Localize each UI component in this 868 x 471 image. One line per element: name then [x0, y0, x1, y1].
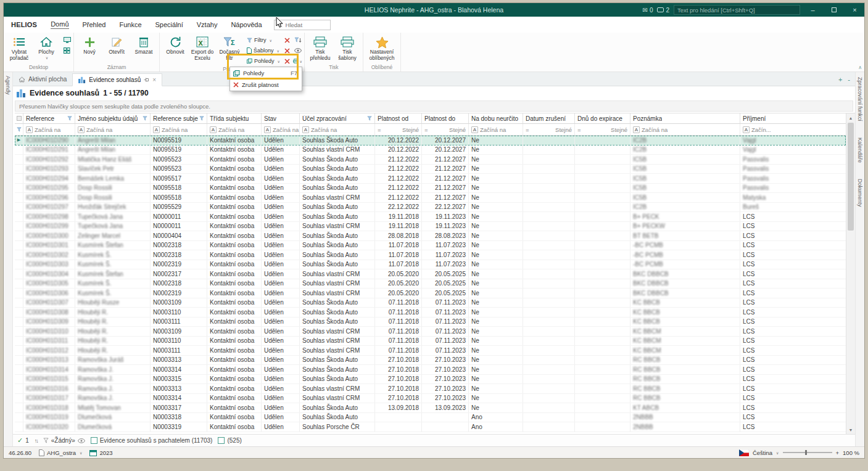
- zoom-in-button[interactable]: +: [836, 449, 840, 456]
- quickfilter-checkbox-1[interactable]: Evidence souhlasů s pachatelem (11703): [91, 437, 213, 444]
- filter-cell-trida[interactable]: AZačíná na: [207, 124, 262, 135]
- menu-item-helios[interactable]: HELIOS: [10, 17, 44, 33]
- quickfilter-checkbox-2[interactable]: (525): [218, 437, 241, 444]
- tisk-sablony-button[interactable]: Tisk šablony: [334, 34, 361, 62]
- kalendare-panel-tab[interactable]: Kalendáře: [857, 137, 863, 163]
- smazat-button[interactable]: Smazat: [130, 34, 157, 56]
- menu-item-funkce[interactable]: Funkce: [112, 17, 148, 33]
- table-row[interactable]: IC000H01D317Ramovška J.N0003314Kontaktní…: [15, 394, 846, 404]
- otevrit-button[interactable]: Otevřít: [103, 34, 130, 56]
- filter-cell-platnost_do[interactable]: =Stejné: [422, 124, 469, 135]
- table-row[interactable]: IC000H01D300Zelinger MarcelN0000404Konta…: [15, 231, 846, 241]
- column-header-platnost_od[interactable]: Platnost od: [375, 113, 422, 123]
- pohledy-clear-button[interactable]: [283, 56, 292, 66]
- column-header-jmeno[interactable]: Jméno subjektu údajů: [75, 113, 151, 123]
- sablony-clear-button[interactable]: [283, 46, 292, 55]
- agendy-panel-tab[interactable]: Agendy: [5, 76, 11, 95]
- filter-cell-zruseni[interactable]: =Stejné: [523, 124, 575, 135]
- table-row[interactable]: IC000H01D305Kusmírek Š.N0002318Kontaktní…: [15, 279, 846, 289]
- menu-item-vztahy[interactable]: Vztahy: [190, 17, 225, 33]
- filter-cell-neurcito[interactable]: AZačíná na: [469, 124, 523, 135]
- column-header-poznamka[interactable]: Poznámka: [630, 113, 740, 123]
- group-by-bar[interactable]: Přesunem hlavičky sloupce sem seskupíte …: [15, 100, 853, 112]
- filter-cell-stav[interactable]: AZačíná na: [262, 124, 300, 135]
- add-tab-button[interactable]: +: [838, 76, 842, 83]
- table-row[interactable]: IC000H01D301Kusmírek ŠtefanN0002318Konta…: [15, 241, 846, 251]
- table-row[interactable]: IC000H01D293Slavíček PetrN0095523Kontakt…: [15, 165, 846, 174]
- mail-icon[interactable]: ✉0: [642, 7, 653, 14]
- column-header-prijmeni[interactable]: Příjmení: [740, 113, 846, 123]
- checkbox-icon[interactable]: [218, 437, 225, 444]
- dokumenty-panel-tab[interactable]: Dokumenty: [857, 179, 863, 207]
- close-button[interactable]: ×: [846, 3, 863, 17]
- table-row[interactable]: IC000H01D291Angrešt MilanN0095519Kontakt…: [15, 145, 846, 155]
- docasny-filtr-button[interactable]: Σ Dočasný filtr: [216, 34, 243, 62]
- table-row[interactable]: IC000H01D315Ramovška J.N0003315Kontaktní…: [15, 375, 846, 385]
- filter-cell-prijmeni[interactable]: AZačín...: [740, 124, 846, 135]
- menu-item-domu[interactable]: Domů: [44, 17, 75, 33]
- scrollbar-thumb[interactable]: [848, 123, 854, 231]
- tab-aktivni-plocha[interactable]: Aktivní plocha: [13, 73, 72, 86]
- ribbon-search-input[interactable]: [284, 21, 328, 29]
- filter-cell-platnost_od[interactable]: =Stejné: [375, 124, 422, 135]
- table-row[interactable]: IC000H01D311Hlouběji R.N0003110Kontaktní…: [15, 337, 846, 346]
- language-selector[interactable]: Čeština∨: [753, 449, 779, 456]
- table-row[interactable]: ▶IC000H01D290Angrešt MilanN0095519Kontak…: [15, 136, 846, 145]
- zoom-slider[interactable]: [783, 452, 832, 453]
- column-filter-funnel-icon[interactable]: [66, 116, 72, 121]
- column-header-ucel[interactable]: Účel zpracování: [300, 113, 375, 123]
- table-row[interactable]: IC000H01D310Hlouběji R.N0003109Kontaktní…: [15, 327, 846, 337]
- zpracovani-funkci-panel-tab[interactable]: Zpracování funkcí: [857, 77, 863, 121]
- table-row[interactable]: IC000H01D314Ramovška J.N0003314Kontaktní…: [15, 365, 846, 375]
- pin-icon[interactable]: [144, 77, 149, 83]
- chat-icon[interactable]: 2: [657, 7, 669, 14]
- table-row[interactable]: IC000H01D294Bernášek LemkaN0095517Kontak…: [15, 174, 846, 184]
- column-header-stav[interactable]: Stav: [262, 113, 300, 123]
- column-header-neurcito[interactable]: Na dobu neurčito: [469, 113, 523, 123]
- desktop-grid-button[interactable]: [62, 46, 72, 55]
- table-row[interactable]: IC000H01D297Hvožďák StrejčekN0095529Kont…: [15, 203, 846, 213]
- column-header-reference[interactable]: Reference: [23, 113, 75, 123]
- menu-item-prehled[interactable]: Přehled: [76, 17, 113, 33]
- nastaveni-oblibenych-button[interactable]: Nastavení oblíbených: [365, 34, 399, 62]
- checkbox-icon[interactable]: [91, 437, 97, 444]
- dropdown-item-zrusit-platnost[interactable]: Zrušit platnost: [230, 79, 302, 91]
- dropdown-item-pohledy[interactable]: Pohledy F7: [230, 67, 302, 79]
- table-row[interactable]: IC000H01D303Kusmírek Š.N0002319Kontaktní…: [15, 260, 846, 270]
- table-row[interactable]: IC000H01D312Hlouběji R.N0003111Kontaktní…: [15, 346, 846, 356]
- scrollbar-track[interactable]: [846, 122, 855, 425]
- table-row[interactable]: IC000H01D304Kusmírek ŠtefanN0002317Konta…: [15, 269, 846, 279]
- tab-evidence-souhlasu[interactable]: Evidence souhlasů ×: [72, 73, 162, 86]
- filtry-button[interactable]: Filtry∨: [246, 35, 281, 45]
- filter-cell-ref_subj[interactable]: AZačíná na: [151, 124, 207, 135]
- zoom-slider-knob[interactable]: [805, 450, 807, 455]
- column-header-ref_subj[interactable]: Reference subjektu: [151, 113, 207, 123]
- column-header-platnost_do[interactable]: Platnost do: [422, 113, 469, 123]
- pohledy-print-button[interactable]: ∨: [293, 56, 302, 66]
- global-search-input[interactable]: [674, 5, 800, 15]
- table-row[interactable]: IC000H01D295Dosp RossiliN0095518Kontaktn…: [15, 184, 846, 194]
- table-row[interactable]: IC000H01D320DlumečkováN0003319Kontaktní …: [15, 422, 846, 432]
- collapse-ribbon-button[interactable]: ∧: [858, 65, 862, 70]
- table-row[interactable]: IC000H01D316Ramovška J.N0003313Kontaktní…: [15, 384, 846, 394]
- table-row[interactable]: IC000H01D309Hlouběji R.N0003111Kontaktní…: [15, 317, 846, 327]
- pohledy-button[interactable]: Pohledy∨: [246, 56, 281, 66]
- period-selector[interactable]: 2023: [89, 449, 112, 456]
- column-filter-funnel-icon[interactable]: [366, 116, 372, 121]
- filter-cell-reference[interactable]: AZačíná na: [23, 124, 75, 135]
- sablony-button[interactable]: Šablony∨: [246, 46, 281, 55]
- filter-cell-jmeno[interactable]: AZačíná na: [75, 124, 151, 135]
- obnovit-button[interactable]: Obnovit: [162, 34, 189, 56]
- filter-cell-poznamka[interactable]: AZačíná na: [630, 124, 740, 135]
- filtry-clear-button[interactable]: [283, 35, 292, 45]
- scroll-up-button[interactable]: ▲: [846, 113, 855, 122]
- table-row[interactable]: IC000H01D292Mlatička Hanz EliášN0095523K…: [15, 155, 846, 165]
- sablony-eye-button[interactable]: [293, 46, 302, 55]
- table-row[interactable]: IC000H01D308Hlouběji R.N0003110Kontaktní…: [15, 308, 846, 317]
- column-header-zruseni[interactable]: Datum zrušení: [523, 113, 575, 123]
- table-row[interactable]: IC000H01D296Dosp RossiliN0095518Kontaktn…: [15, 193, 846, 203]
- column-header-expirace[interactable]: Dnů do expirace: [575, 113, 630, 123]
- filtry-sort-button[interactable]: [293, 35, 302, 45]
- table-row[interactable]: IC000H01D298Tupečková JanaN0000011Kontak…: [15, 212, 846, 222]
- plochy-button[interactable]: Plochy ∨: [33, 34, 60, 60]
